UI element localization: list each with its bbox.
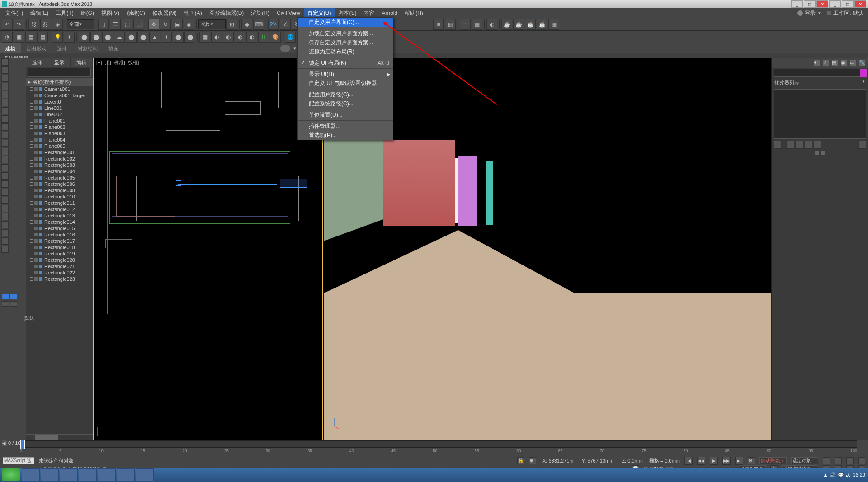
scene-item[interactable]: Layer:0 bbox=[26, 99, 93, 105]
menu-item[interactable]: 动画(A) bbox=[180, 8, 206, 18]
manipulate-button[interactable]: ◆ bbox=[241, 19, 252, 30]
taskbar-app[interactable] bbox=[22, 468, 40, 481]
align-button[interactable]: ≡ bbox=[433, 19, 444, 30]
scene-item[interactable]: Rectangle023 bbox=[26, 276, 93, 282]
undo-button[interactable]: ↶ bbox=[2, 19, 13, 30]
scene-tab[interactable]: 选择 bbox=[26, 58, 48, 67]
scene-item[interactable]: Rectangle020 bbox=[26, 257, 93, 263]
selected-obj-dropdown[interactable]: 选定对象 bbox=[791, 457, 818, 464]
unlink-button[interactable]: ⛓ bbox=[40, 19, 51, 30]
restore-button[interactable]: □ bbox=[804, 0, 816, 8]
left-tool-button[interactable] bbox=[1, 91, 9, 98]
scene-item[interactable]: Plane004 bbox=[26, 137, 93, 143]
left-tool-button[interactable] bbox=[1, 156, 9, 163]
left-tool-button[interactable] bbox=[1, 75, 9, 82]
taskbar-app[interactable] bbox=[41, 468, 59, 481]
left-tool-button[interactable] bbox=[1, 66, 9, 74]
menu-item[interactable]: Arnold bbox=[378, 8, 401, 18]
place-button[interactable]: ◉ bbox=[184, 19, 194, 30]
left-tool-button[interactable] bbox=[1, 99, 9, 106]
mat3[interactable]: ◐ bbox=[223, 32, 234, 43]
dropdown-item[interactable]: 自定义用户界面(C)... bbox=[298, 18, 393, 27]
left-tool-button[interactable] bbox=[1, 205, 9, 212]
taskbar-app[interactable] bbox=[79, 468, 97, 481]
scene-item[interactable]: Rectangle022 bbox=[26, 269, 93, 276]
motion-tab-icon[interactable]: ◉ bbox=[841, 60, 847, 66]
left-tool-button[interactable] bbox=[1, 189, 9, 196]
scene-item[interactable]: Rectangle021 bbox=[26, 263, 93, 269]
geo8[interactable]: ☀ bbox=[161, 32, 172, 43]
pin-stack-icon[interactable] bbox=[774, 141, 782, 149]
rotate-button[interactable]: ↻ bbox=[160, 19, 171, 30]
minimize-button-2[interactable]: _ bbox=[829, 0, 841, 8]
brush4[interactable]: ▦ bbox=[37, 32, 48, 43]
login-button[interactable]: 登录 ▼ bbox=[795, 9, 824, 17]
snap-toggle[interactable]: 2½ bbox=[268, 19, 279, 30]
next-frame-button[interactable]: ▶▶ bbox=[722, 457, 731, 465]
left-tool-button[interactable] bbox=[1, 237, 9, 245]
globe1[interactable]: 🌐 bbox=[285, 32, 296, 43]
move-button[interactable]: ✥ bbox=[148, 19, 159, 30]
tray-icon[interactable]: 💬 bbox=[838, 472, 844, 478]
ribbon-tab[interactable]: 填充 bbox=[103, 43, 124, 53]
left-tool-button[interactable] bbox=[1, 123, 9, 131]
modifier-stack[interactable] bbox=[774, 89, 866, 139]
tray-arrow-icon[interactable]: ▲ bbox=[823, 472, 828, 477]
render-frame-button[interactable]: ☕ bbox=[513, 19, 524, 30]
scene-item[interactable]: Rectangle013 bbox=[26, 213, 93, 219]
scale-button[interactable]: ▣ bbox=[172, 19, 183, 30]
hierarchy-tab-icon[interactable]: ▤ bbox=[832, 60, 838, 66]
left-tool-button[interactable] bbox=[1, 246, 9, 253]
menu-item[interactable]: 渲染(R) bbox=[247, 8, 273, 18]
close-button[interactable]: ✕ bbox=[816, 0, 828, 8]
minimize-button[interactable]: _ bbox=[791, 0, 803, 8]
play-button[interactable]: ▶ bbox=[710, 457, 718, 465]
scene-item[interactable]: Rectangle004 bbox=[26, 168, 93, 175]
scene-item[interactable]: Rectangle012 bbox=[26, 206, 93, 213]
goto-end-button[interactable]: ▶| bbox=[735, 457, 743, 465]
lock-icon[interactable]: 🔒 bbox=[517, 457, 524, 464]
dropdown-item[interactable]: 配置用户路径(C)... bbox=[298, 90, 393, 99]
dropdown-item[interactable]: 插件管理器... bbox=[298, 122, 393, 131]
geo9[interactable]: ⬤ bbox=[173, 32, 184, 43]
schematic-button[interactable]: ▦ bbox=[472, 19, 482, 30]
menu-item[interactable]: 脚本(S) bbox=[335, 8, 360, 18]
render-setup-button[interactable]: ☕ bbox=[501, 19, 512, 30]
left-tool-button[interactable] bbox=[1, 197, 9, 204]
nav-button1[interactable] bbox=[823, 457, 830, 464]
left-tool-button[interactable] bbox=[1, 83, 9, 90]
scene-item[interactable]: Line002 bbox=[26, 111, 93, 118]
select-button[interactable]: ▯ bbox=[98, 19, 109, 30]
scene-item[interactable]: Rectangle008 bbox=[26, 187, 93, 194]
left-tool-button[interactable] bbox=[1, 180, 9, 188]
object-name-input[interactable] bbox=[774, 69, 866, 77]
scene-item[interactable]: Plane005 bbox=[26, 143, 93, 149]
curve-editor-button[interactable]: 〰 bbox=[460, 19, 471, 30]
geo5[interactable]: ⬤ bbox=[126, 32, 137, 43]
scene-tab[interactable]: 编辑 bbox=[71, 58, 93, 67]
select-name-button[interactable]: ☰ bbox=[110, 19, 121, 30]
modifier-list-dropdown[interactable]: 修改器列表▼ bbox=[772, 78, 868, 88]
left-tool-button[interactable] bbox=[1, 58, 9, 66]
left-tool-button[interactable] bbox=[1, 148, 9, 155]
left-tool-button[interactable] bbox=[1, 172, 9, 180]
create-tab-icon[interactable]: + bbox=[814, 60, 820, 66]
ribbon-tab[interactable]: 建模 bbox=[0, 43, 21, 53]
remove-mod-icon[interactable] bbox=[804, 141, 812, 149]
left-tool-button[interactable] bbox=[1, 115, 9, 123]
show-end-icon[interactable] bbox=[786, 141, 794, 149]
menu-item[interactable]: 视图(V) bbox=[98, 8, 123, 18]
display-tab-icon[interactable]: ▭ bbox=[850, 60, 856, 66]
scene-item[interactable]: Plane003 bbox=[26, 130, 93, 137]
scene-item[interactable]: Rectangle014 bbox=[26, 219, 93, 225]
menu-item[interactable]: 修改器(M) bbox=[149, 8, 180, 18]
tray-icon[interactable]: 🔊 bbox=[830, 472, 836, 478]
left-tool-button[interactable] bbox=[1, 229, 9, 236]
taskbar-app[interactable] bbox=[117, 468, 135, 481]
config-icon[interactable] bbox=[813, 141, 821, 149]
restore-button-2[interactable]: □ bbox=[842, 0, 854, 8]
key-mode-button[interactable]: ⊕ bbox=[748, 457, 755, 464]
viewport-layout-mini[interactable] bbox=[2, 294, 19, 307]
menu-item[interactable]: 文件(F) bbox=[2, 8, 27, 18]
link-button[interactable]: ⛓ bbox=[28, 19, 39, 30]
